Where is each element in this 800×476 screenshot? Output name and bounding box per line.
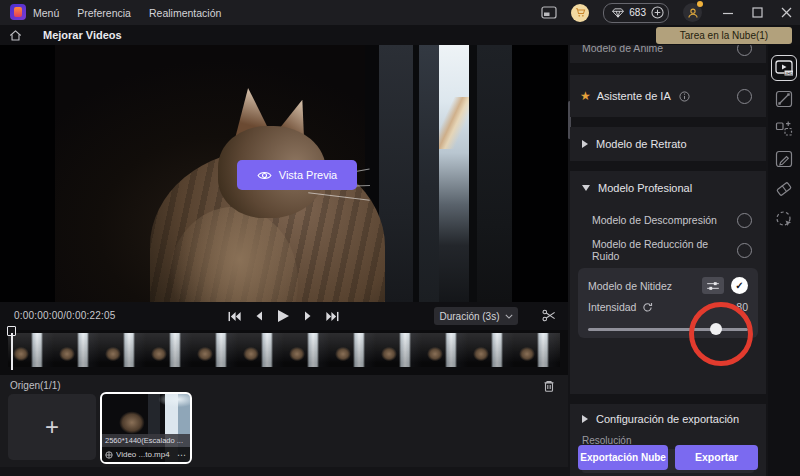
close-button[interactable]: [781, 7, 792, 18]
feedback-button[interactable]: Realimentación: [149, 7, 221, 19]
play-button[interactable]: [277, 309, 290, 323]
video-enhance-icon[interactable]: UHD: [771, 55, 797, 81]
model-anime-row[interactable]: Modelo de Anime: [570, 45, 766, 63]
chevron-down-icon: [505, 314, 513, 319]
timecode: 0:00:00:00/0:00:22:05: [14, 310, 116, 321]
intensity-slider[interactable]: [588, 324, 748, 336]
next-frame-button[interactable]: [304, 311, 312, 321]
vista-previa-button[interactable]: Vista Previa: [237, 160, 357, 190]
frame-interpolation-icon[interactable]: [772, 87, 796, 111]
reset-intensity-icon[interactable]: [642, 302, 653, 313]
model-profesional-header[interactable]: Modelo Profesional: [570, 171, 766, 205]
menu-button[interactable]: Menú: [33, 7, 59, 19]
add-video-button[interactable]: +: [8, 394, 96, 460]
cloud-task-button[interactable]: Tarea en la Nube(1): [656, 27, 792, 44]
preferences-button[interactable]: Preferencia: [77, 7, 131, 19]
prev-frame-button[interactable]: [255, 311, 263, 321]
trash-icon[interactable]: [542, 379, 556, 393]
credit-count: 683: [629, 7, 646, 18]
ruido-radio[interactable]: [737, 243, 752, 258]
source-tray: Origen(1/1) + 2560*1440(Escalado ... Vid…: [0, 375, 568, 467]
model-ruido-row[interactable]: Modelo de Reducción de Ruido: [570, 235, 766, 265]
avatar-badge: [697, 1, 703, 7]
video-frame: Vista Previa: [55, 45, 512, 302]
credits-counter[interactable]: 683: [603, 3, 669, 23]
add-frames-icon[interactable]: [772, 117, 796, 141]
add-credits-icon: [651, 6, 664, 19]
timeline-toolbar: 0:00:00:00/0:00:22:05 Duración (3s): [0, 302, 568, 330]
skip-start-button[interactable]: [228, 311, 241, 322]
model-descompresion-row[interactable]: Modelo de Descompresión: [570, 205, 766, 235]
filmstrip[interactable]: [8, 333, 560, 367]
smart-select-icon[interactable]: [772, 207, 796, 231]
more-options-icon[interactable]: ⋯: [177, 450, 187, 460]
model-retrato-header[interactable]: Modelo de Retrato: [570, 127, 766, 161]
cat-subject: [150, 90, 390, 302]
slider-track[interactable]: [588, 328, 748, 331]
nitidez-selected-check[interactable]: ✓: [731, 277, 748, 294]
page-title: Mejorar Videos: [43, 29, 122, 41]
adjust-settings-button[interactable]: [702, 277, 724, 294]
video-scale-icon: [105, 451, 113, 459]
model-nitidez-card: Modelo de Nitidez ✓ Intensidad: [578, 268, 758, 338]
assistant-radio[interactable]: [737, 89, 752, 104]
minimize-button[interactable]: [722, 7, 734, 19]
plus-icon: +: [45, 413, 59, 441]
source-header: Origen(1/1): [10, 380, 61, 391]
playhead-line: [11, 333, 13, 370]
filmstrip-area: [0, 330, 568, 375]
collapse-arrow-icon: [582, 140, 588, 148]
home-icon[interactable]: [7, 27, 23, 43]
video-thumbnail[interactable]: 2560*1440(Escalado ... Video ...to.mp4 ⋯: [100, 392, 192, 464]
svg-text:UHD: UHD: [784, 71, 793, 76]
trim-scissors-button[interactable]: [541, 308, 557, 323]
anime-radio[interactable]: [737, 45, 752, 56]
star-icon: ★: [580, 90, 591, 102]
intensity-value: 80: [736, 301, 748, 313]
slider-thumb[interactable]: [710, 323, 722, 335]
model-profesional-section: Modelo Profesional Modelo de Descompresi…: [570, 171, 766, 394]
export-config-header[interactable]: Configuración de exportación: [570, 404, 766, 434]
resolution-overlay: 2560*1440(Escalado ...: [102, 434, 190, 447]
info-icon[interactable]: [679, 91, 690, 102]
eye-icon: [257, 170, 272, 181]
app-window: Menú Preferencia Realimentación: [0, 0, 800, 476]
expand-arrow-icon: [582, 185, 590, 191]
settings-panel: Modelo de Anime ★ Asistente de IA Modelo…: [568, 45, 768, 476]
edit-icon[interactable]: [772, 147, 796, 171]
descompresion-radio[interactable]: [737, 213, 752, 228]
account-avatar[interactable]: [683, 3, 702, 22]
eraser-icon[interactable]: [772, 177, 796, 201]
export-button[interactable]: Exportar: [675, 445, 758, 470]
cloud-export-button[interactable]: Exportación Nube: [578, 445, 668, 470]
app-logo-icon: [10, 4, 26, 20]
video-preview-area: Vista Previa: [0, 45, 568, 302]
skip-end-button[interactable]: [326, 311, 339, 322]
duration-dropdown[interactable]: Duración (3s): [434, 307, 518, 325]
check-icon: ✓: [735, 280, 743, 291]
video-filename: Video ...to.mp4: [116, 450, 174, 459]
mini-window-icon[interactable]: [541, 6, 557, 19]
titlebar: Menú Preferencia Realimentación: [0, 0, 800, 25]
store-cart-icon[interactable]: [571, 4, 589, 22]
tool-strip: UHD: [768, 45, 800, 476]
ai-assistant-row[interactable]: ★ Asistente de IA: [570, 75, 766, 117]
collapse-arrow-icon: [582, 415, 588, 423]
maximize-button[interactable]: [752, 7, 763, 18]
